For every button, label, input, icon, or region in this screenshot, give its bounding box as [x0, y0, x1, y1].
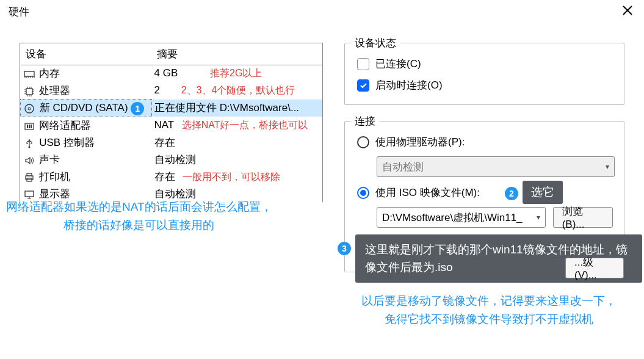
- usb-icon: [23, 137, 35, 149]
- connect-on-power-label: 启动时连接(O): [375, 78, 443, 92]
- physical-drive-value: 自动检测: [382, 160, 424, 174]
- check-icon: [359, 81, 367, 90]
- hardware-table: 设备 摘要 内存 4 GB 推荐2G以上: [20, 43, 322, 202]
- device-row-network[interactable]: 网络适配器 NAT 选择NAT好一点，桥接也可以: [21, 117, 323, 134]
- device-row-printer[interactable]: 打印机 存在 一般用不到，可以移除: [21, 168, 323, 185]
- disc-icon: [23, 103, 35, 115]
- annotation: 2、3、4个随便，默认也行: [181, 85, 295, 95]
- device-name: 内存: [39, 68, 60, 79]
- device-summary: 存在: [154, 171, 175, 183]
- annotation-badge-3: 3: [338, 242, 351, 255]
- network-icon: [23, 120, 35, 132]
- browse-button[interactable]: 浏览(B)...: [553, 207, 613, 228]
- annotation-badge-2: 2: [505, 187, 518, 200]
- use-iso-radio[interactable]: [357, 187, 369, 199]
- device-name: 新 CD/DVD (SATA): [40, 102, 128, 114]
- use-physical-label: 使用物理驱动器(P):: [375, 135, 465, 149]
- connection-legend: 连接: [351, 114, 379, 128]
- cpu-icon: [23, 85, 35, 97]
- connect-on-power-checkbox[interactable]: [357, 79, 369, 92]
- device-name: 网络适配器: [39, 120, 91, 131]
- svg-rect-0: [24, 71, 34, 76]
- svg-rect-9: [25, 191, 34, 197]
- use-iso-label: 使用 ISO 映像文件(M):: [375, 186, 480, 200]
- device-summary: 4 GB: [154, 67, 178, 79]
- annotation-badge-1: 1: [131, 102, 144, 115]
- physical-drive-dropdown[interactable]: 自动检测 ▾: [377, 156, 615, 177]
- device-state-group: 设备状态 已连接(C) 启动时连接(O): [344, 43, 624, 105]
- device-name: 声卡: [39, 154, 60, 165]
- svg-point-2: [25, 104, 34, 113]
- printer-icon: [23, 171, 35, 183]
- device-row-usb[interactable]: USB 控制器 存在: [21, 134, 323, 151]
- svg-point-3: [28, 107, 31, 110]
- col-header-summary[interactable]: 摘要: [152, 43, 323, 65]
- device-summary: 2: [154, 84, 160, 96]
- svg-point-5: [28, 146, 30, 148]
- annotation-note-move-iso: 以后要是移动了镜像文件，记得要来这里改一下， 免得它找不到镜像文件导致打不开虚拟…: [335, 292, 643, 329]
- device-row-sound[interactable]: 声卡 自动检测: [21, 151, 323, 168]
- device-name: 打印机: [39, 171, 70, 183]
- annotation: 推荐2G以上: [210, 68, 262, 78]
- connected-checkbox[interactable]: [357, 58, 369, 70]
- iso-path-dropdown[interactable]: D:\VMsoftware\虚拟机\Win11_ ▾: [377, 207, 546, 228]
- advanced-button[interactable]: ...级(V)...: [565, 258, 624, 278]
- svg-rect-7: [27, 173, 32, 176]
- connected-label: 已连接(C): [375, 57, 421, 71]
- device-row-memory[interactable]: 内存 4 GB 推荐2G以上: [21, 65, 323, 82]
- use-physical-radio[interactable]: [357, 136, 369, 148]
- svg-rect-1: [26, 89, 32, 95]
- device-summary: 正在使用文件 D:\VMsoftware\...: [154, 102, 299, 114]
- hardware-device-panel: 设备 摘要 内存 4 GB 推荐2G以上: [20, 43, 323, 202]
- annotation: 选择NAT好一点，桥接也可以: [182, 120, 308, 130]
- device-state-legend: 设备状态: [351, 36, 400, 50]
- device-summary: 存在: [154, 137, 175, 148]
- device-row-cddvd[interactable]: 新 CD/DVD (SATA) 1 正在使用文件 D:\VMsoftware\.…: [21, 100, 323, 117]
- annotation-note-nat: 网络适配器如果选的是NAT的话后面会讲怎么配置， 桥接的话好像是可以直接用的: [6, 198, 272, 235]
- close-button[interactable]: [618, 4, 637, 20]
- chevron-down-icon: ▾: [606, 162, 609, 171]
- tooltip-select-it: 选它: [523, 181, 563, 204]
- sound-icon: [23, 154, 35, 166]
- chevron-down-icon: ▾: [537, 213, 540, 222]
- close-icon: [622, 5, 633, 16]
- annotation: 一般用不到，可以移除: [183, 172, 280, 182]
- device-summary: NAT: [154, 119, 174, 131]
- device-name: USB 控制器: [39, 137, 95, 148]
- col-header-device[interactable]: 设备: [21, 43, 152, 65]
- device-row-cpu[interactable]: 处理器 2 2、3、4个随便，默认也行: [21, 82, 323, 100]
- dialog-title: 硬件: [9, 5, 29, 19]
- memory-icon: [23, 68, 35, 81]
- device-summary: 自动检测: [154, 154, 196, 165]
- device-name: 处理器: [39, 85, 70, 96]
- iso-path-value: D:\VMsoftware\虚拟机\Win11_: [382, 211, 523, 225]
